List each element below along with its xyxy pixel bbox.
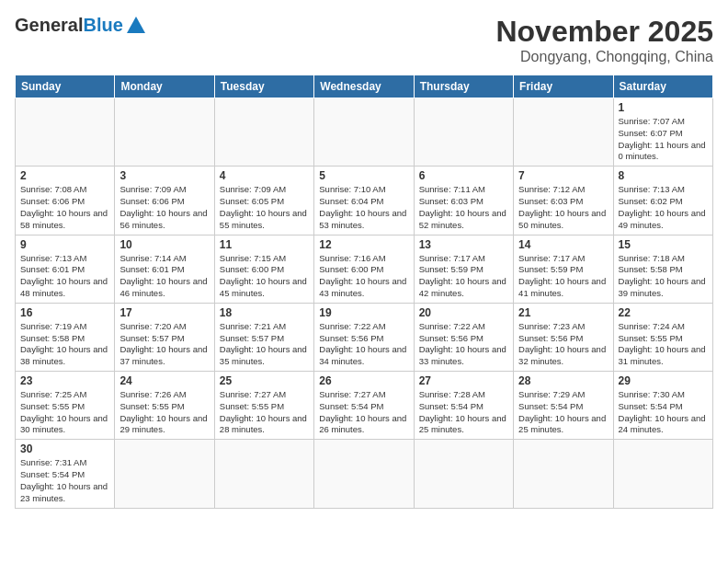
calendar-cell-w0-d5	[514, 98, 613, 167]
weekday-header-wednesday: Wednesday	[314, 75, 414, 98]
day-number: 13	[419, 238, 508, 251]
day-info: Sunrise: 7:25 AM Sunset: 5:55 PM Dayligh…	[20, 389, 109, 436]
day-number: 8	[619, 169, 708, 182]
day-number: 10	[119, 238, 209, 251]
calendar-cell-w5-d1	[115, 440, 214, 508]
calendar-table: SundayMondayTuesdayWednesdayThursdayFrid…	[15, 75, 713, 509]
calendar-cell-w4-d5: 28Sunrise: 7:29 AM Sunset: 5:54 PM Dayli…	[514, 372, 613, 440]
day-number: 5	[319, 169, 408, 182]
calendar-cell-w2-d1: 10Sunrise: 7:14 AM Sunset: 6:01 PM Dayli…	[115, 235, 214, 303]
day-info: Sunrise: 7:12 AM Sunset: 6:03 PM Dayligh…	[518, 184, 608, 231]
day-info: Sunrise: 7:24 AM Sunset: 5:55 PM Dayligh…	[619, 321, 708, 368]
day-number: 12	[319, 238, 408, 251]
day-number: 20	[419, 306, 508, 319]
logo-triangle-icon	[127, 17, 145, 33]
calendar-cell-w1-d2: 4Sunrise: 7:09 AM Sunset: 6:05 PM Daylig…	[214, 167, 313, 235]
calendar-cell-w3-d1: 17Sunrise: 7:20 AM Sunset: 5:57 PM Dayli…	[115, 303, 214, 371]
day-number: 7	[518, 169, 608, 182]
calendar-week-2: 9Sunrise: 7:13 AM Sunset: 6:01 PM Daylig…	[16, 235, 713, 303]
calendar-cell-w4-d1: 24Sunrise: 7:26 AM Sunset: 5:55 PM Dayli…	[115, 372, 214, 440]
calendar-cell-w2-d0: 9Sunrise: 7:13 AM Sunset: 6:01 PM Daylig…	[16, 235, 115, 303]
day-info: Sunrise: 7:18 AM Sunset: 5:58 PM Dayligh…	[619, 253, 708, 300]
day-info: Sunrise: 7:13 AM Sunset: 6:01 PM Dayligh…	[20, 253, 109, 300]
calendar-cell-w3-d4: 20Sunrise: 7:22 AM Sunset: 5:56 PM Dayli…	[414, 303, 513, 371]
logo-blue-text: Blue	[83, 15, 122, 36]
calendar-week-0: 1Sunrise: 7:07 AM Sunset: 6:07 PM Daylig…	[16, 98, 713, 167]
day-number: 3	[119, 169, 209, 182]
day-info: Sunrise: 7:19 AM Sunset: 5:58 PM Dayligh…	[20, 321, 109, 368]
day-number: 18	[220, 306, 309, 319]
calendar-cell-w1-d4: 6Sunrise: 7:11 AM Sunset: 6:03 PM Daylig…	[414, 167, 513, 235]
day-info: Sunrise: 7:09 AM Sunset: 6:06 PM Dayligh…	[119, 184, 209, 231]
day-info: Sunrise: 7:16 AM Sunset: 6:00 PM Dayligh…	[319, 253, 408, 300]
day-number: 17	[119, 306, 209, 319]
calendar-week-1: 2Sunrise: 7:08 AM Sunset: 6:06 PM Daylig…	[16, 167, 713, 235]
header: General Blue November 2025 Dongyang, Cho…	[15, 15, 713, 65]
day-info: Sunrise: 7:23 AM Sunset: 5:56 PM Dayligh…	[518, 321, 608, 368]
calendar-cell-w5-d0: 30Sunrise: 7:31 AM Sunset: 5:54 PM Dayli…	[16, 440, 115, 508]
day-info: Sunrise: 7:31 AM Sunset: 5:54 PM Dayligh…	[20, 457, 109, 504]
calendar-cell-w1-d5: 7Sunrise: 7:12 AM Sunset: 6:03 PM Daylig…	[514, 167, 613, 235]
calendar-cell-w4-d3: 26Sunrise: 7:27 AM Sunset: 5:54 PM Dayli…	[314, 372, 414, 440]
day-number: 15	[619, 238, 708, 251]
calendar-cell-w1-d0: 2Sunrise: 7:08 AM Sunset: 6:06 PM Daylig…	[16, 167, 115, 235]
calendar-cell-w5-d6	[613, 440, 712, 508]
day-number: 2	[20, 169, 109, 182]
day-number: 25	[220, 374, 309, 387]
weekday-header-sunday: Sunday	[16, 75, 115, 98]
calendar-cell-w0-d0	[16, 98, 115, 167]
day-info: Sunrise: 7:30 AM Sunset: 5:54 PM Dayligh…	[619, 389, 708, 436]
location: Dongyang, Chongqing, China	[495, 49, 713, 65]
calendar-cell-w2-d3: 12Sunrise: 7:16 AM Sunset: 6:00 PM Dayli…	[314, 235, 414, 303]
calendar-cell-w0-d4	[414, 98, 513, 167]
calendar-cell-w0-d1	[115, 98, 214, 167]
day-number: 28	[518, 374, 608, 387]
day-info: Sunrise: 7:27 AM Sunset: 5:54 PM Dayligh…	[319, 389, 408, 436]
day-info: Sunrise: 7:07 AM Sunset: 6:07 PM Dayligh…	[619, 116, 708, 163]
day-number: 16	[20, 306, 109, 319]
calendar-cell-w5-d2	[214, 440, 313, 508]
calendar-cell-w0-d2	[214, 98, 313, 167]
calendar-week-3: 16Sunrise: 7:19 AM Sunset: 5:58 PM Dayli…	[16, 303, 713, 371]
calendar-cell-w4-d2: 25Sunrise: 7:27 AM Sunset: 5:55 PM Dayli…	[214, 372, 313, 440]
day-info: Sunrise: 7:26 AM Sunset: 5:55 PM Dayligh…	[119, 389, 209, 436]
calendar-cell-w5-d4	[414, 440, 513, 508]
day-info: Sunrise: 7:11 AM Sunset: 6:03 PM Dayligh…	[419, 184, 508, 231]
day-info: Sunrise: 7:21 AM Sunset: 5:57 PM Dayligh…	[220, 321, 309, 368]
day-number: 14	[518, 238, 608, 251]
calendar-cell-w5-d5	[514, 440, 613, 508]
day-number: 27	[419, 374, 508, 387]
calendar-cell-w2-d6: 15Sunrise: 7:18 AM Sunset: 5:58 PM Dayli…	[613, 235, 712, 303]
day-info: Sunrise: 7:27 AM Sunset: 5:55 PM Dayligh…	[220, 389, 309, 436]
day-info: Sunrise: 7:20 AM Sunset: 5:57 PM Dayligh…	[119, 321, 209, 368]
day-number: 22	[619, 306, 708, 319]
weekday-header-thursday: Thursday	[414, 75, 513, 98]
logo-general-text: General	[15, 15, 83, 36]
calendar-cell-w0-d6: 1Sunrise: 7:07 AM Sunset: 6:07 PM Daylig…	[613, 98, 712, 167]
calendar-cell-w4-d6: 29Sunrise: 7:30 AM Sunset: 5:54 PM Dayli…	[613, 372, 712, 440]
weekday-header-row: SundayMondayTuesdayWednesdayThursdayFrid…	[16, 75, 713, 98]
calendar-cell-w4-d0: 23Sunrise: 7:25 AM Sunset: 5:55 PM Dayli…	[16, 372, 115, 440]
calendar-cell-w5-d3	[314, 440, 414, 508]
calendar-cell-w3-d2: 18Sunrise: 7:21 AM Sunset: 5:57 PM Dayli…	[214, 303, 313, 371]
logo-text: General Blue	[15, 15, 145, 36]
day-info: Sunrise: 7:22 AM Sunset: 5:56 PM Dayligh…	[319, 321, 408, 368]
day-info: Sunrise: 7:28 AM Sunset: 5:54 PM Dayligh…	[419, 389, 508, 436]
calendar-cell-w2-d4: 13Sunrise: 7:17 AM Sunset: 5:59 PM Dayli…	[414, 235, 513, 303]
day-number: 30	[20, 442, 109, 455]
calendar-cell-w2-d5: 14Sunrise: 7:17 AM Sunset: 5:59 PM Dayli…	[514, 235, 613, 303]
weekday-header-monday: Monday	[115, 75, 214, 98]
weekday-header-tuesday: Tuesday	[214, 75, 313, 98]
day-info: Sunrise: 7:22 AM Sunset: 5:56 PM Dayligh…	[419, 321, 508, 368]
calendar-cell-w3-d0: 16Sunrise: 7:19 AM Sunset: 5:58 PM Dayli…	[16, 303, 115, 371]
calendar-cell-w2-d2: 11Sunrise: 7:15 AM Sunset: 6:00 PM Dayli…	[214, 235, 313, 303]
calendar-week-5: 30Sunrise: 7:31 AM Sunset: 5:54 PM Dayli…	[16, 440, 713, 508]
day-info: Sunrise: 7:09 AM Sunset: 6:05 PM Dayligh…	[220, 184, 309, 231]
day-info: Sunrise: 7:10 AM Sunset: 6:04 PM Dayligh…	[319, 184, 408, 231]
day-number: 6	[419, 169, 508, 182]
day-number: 23	[20, 374, 109, 387]
day-number: 11	[220, 238, 309, 251]
day-number: 29	[619, 374, 708, 387]
weekday-header-saturday: Saturday	[613, 75, 712, 98]
day-number: 21	[518, 306, 608, 319]
